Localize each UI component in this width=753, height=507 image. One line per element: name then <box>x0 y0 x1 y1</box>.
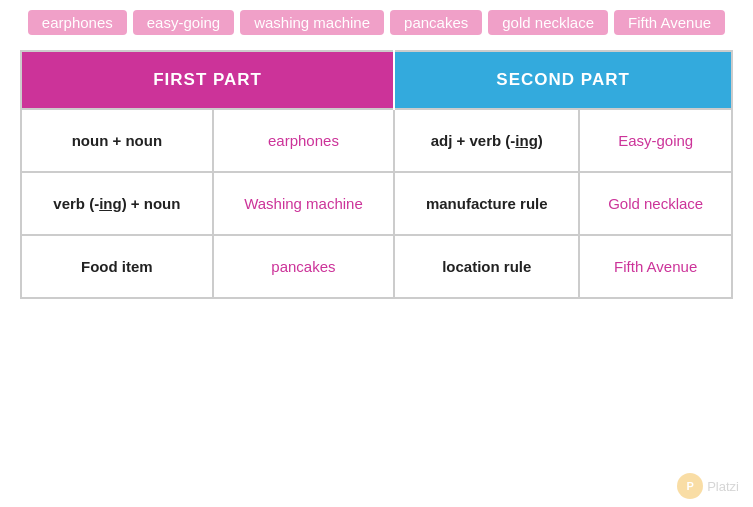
rule-adj-verb: adj + verb (-ing) <box>394 109 579 172</box>
example-easy-going: Easy-going <box>579 109 732 172</box>
tags-row: earphones easy-going washing machine pan… <box>0 0 753 40</box>
rule-manufacture: manufacture rule <box>394 172 579 235</box>
compound-nouns-table: FIRST PART SECOND PART noun + noun earph… <box>20 50 733 299</box>
header-second-part: SECOND PART <box>394 51 732 109</box>
watermark: P Platzi <box>677 473 739 499</box>
top-tags-container: earphones easy-going washing machine pan… <box>0 0 753 40</box>
header-first-part: FIRST PART <box>21 51 394 109</box>
rule-noun-noun: noun + noun <box>21 109 213 172</box>
watermark-text: Platzi <box>707 479 739 494</box>
rule-location: location rule <box>394 235 579 298</box>
tag-earphones: earphones <box>28 10 127 35</box>
tag-gold-necklace: gold necklace <box>488 10 608 35</box>
example-gold-necklace: Gold necklace <box>579 172 732 235</box>
tag-pancakes: pancakes <box>390 10 482 35</box>
tag-fifth-avenue: Fifth Avenue <box>614 10 725 35</box>
rule-food-item: Food item <box>21 235 213 298</box>
table-header-row: FIRST PART SECOND PART <box>21 51 732 109</box>
table-row: noun + noun earphones adj + verb (-ing) … <box>21 109 732 172</box>
watermark-icon: P <box>677 473 703 499</box>
tag-washing-machine: washing machine <box>240 10 384 35</box>
example-washing-machine: Washing machine <box>213 172 394 235</box>
main-table-container: FIRST PART SECOND PART noun + noun earph… <box>0 40 753 299</box>
table-row: Food item pancakes location rule Fifth A… <box>21 235 732 298</box>
example-earphones: earphones <box>213 109 394 172</box>
tag-easy-going: easy-going <box>133 10 234 35</box>
table-row: verb (-ing) + noun Washing machine manuf… <box>21 172 732 235</box>
example-pancakes: pancakes <box>213 235 394 298</box>
rule-verb-ing-noun: verb (-ing) + noun <box>21 172 213 235</box>
example-fifth-avenue: Fifth Avenue <box>579 235 732 298</box>
